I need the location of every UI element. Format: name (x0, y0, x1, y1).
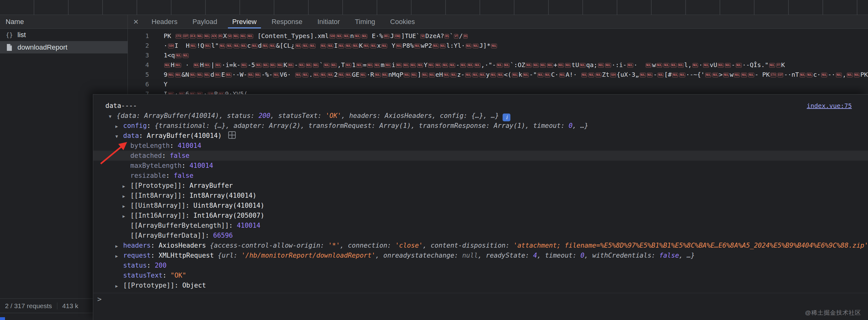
token-nl: null (462, 252, 478, 259)
request-row-list[interactable]: {}list (0, 29, 127, 41)
tab-timing[interactable]: Timing (347, 15, 382, 28)
disclosure-triangle-icon[interactable]: ▶ (115, 121, 123, 131)
control-char-token: NUL (657, 73, 663, 77)
object-tree-row: byteLength: 410014 (93, 141, 868, 151)
object-tree-row: ▶headers: AxiosHeaders {access-control-a… (93, 240, 868, 251)
token-n: 66596 (213, 232, 233, 239)
control-char-token: NUL (736, 63, 742, 68)
binary-text: . (309, 71, 313, 78)
control-char-token: NUL (692, 63, 699, 68)
control-char-token: NUL (204, 34, 210, 39)
control-char-token: NUL (640, 73, 646, 77)
control-char-token: NUL (205, 63, 211, 68)
control-char-token: NUL (303, 73, 308, 77)
request-label: downloadReport (18, 43, 67, 52)
control-char-token: NUL (263, 63, 269, 68)
watermark: @稀土掘金技术社区 (805, 309, 861, 317)
token-int: [[Uint8Array]] (130, 202, 186, 209)
control-char-token: NUL (497, 73, 503, 77)
token-txt: : (151, 252, 159, 259)
control-char-token: NUL (598, 63, 604, 68)
binary-text: -· (828, 71, 835, 78)
token-txt: : (186, 202, 193, 209)
binary-text: Y (424, 61, 428, 68)
control-char-token: NUL (769, 63, 775, 68)
token-txt: : (182, 162, 189, 169)
token-n: 410014 (237, 222, 260, 229)
control-char-token: NUL (295, 73, 301, 77)
control-char-token: NUL (646, 63, 652, 68)
disclosure-triangle-icon[interactable]: ▶ (115, 281, 123, 291)
control-char-token: NUL (558, 63, 564, 68)
tab-payload[interactable]: Payload (185, 15, 225, 28)
binary-text: d (211, 71, 214, 78)
disclosure-triangle-icon[interactable]: ▶ (115, 251, 123, 261)
disclosure-triangle-icon[interactable]: ▶ (123, 211, 130, 221)
control-char-token: BS (218, 34, 223, 39)
tab-headers[interactable]: Headers (144, 15, 185, 28)
tab-cookies[interactable]: Cookies (382, 15, 422, 28)
object-tree-row: ▶[[Uint8Array]]: Uint8Array(410014) (93, 201, 868, 210)
source-location-link[interactable]: index.vue:75 (807, 101, 852, 111)
token-cls: Uint8Array(410014) (193, 202, 265, 209)
object-tree-row: maxByteLength: 410014 (93, 161, 868, 171)
disclosure-triangle-icon[interactable]: ▶ (123, 201, 130, 211)
memory-inspector-icon[interactable] (228, 131, 236, 139)
control-char-token: NUL (678, 63, 684, 68)
control-char-token: NUL (248, 73, 254, 77)
control-char-token: NUL (374, 63, 380, 68)
control-char-token: ACK (211, 34, 217, 39)
console-log-text: data---- (105, 102, 137, 110)
prompt-chevron-icon: > (97, 295, 102, 303)
binary-text: c· (813, 71, 820, 78)
control-char-token: NUL (473, 43, 478, 48)
line-number: 4 (128, 60, 149, 70)
control-char-token: NUL (422, 73, 428, 77)
binary-text: -5 (248, 61, 255, 68)
disclosure-triangle-icon[interactable]: ▼ (109, 111, 117, 121)
binary-text: J]* (479, 42, 490, 49)
info-icon[interactable]: i (503, 114, 510, 121)
disclosure-triangle-icon[interactable]: ▶ (123, 191, 130, 201)
control-char-token: NUL (588, 73, 594, 77)
disclosure-triangle-icon[interactable]: ▶ (115, 241, 123, 251)
tab-preview[interactable]: Preview (225, 15, 264, 28)
token-n: false (169, 152, 189, 159)
document-icon (5, 43, 14, 51)
token-n: 0 (569, 122, 573, 129)
name-column-header[interactable]: Name (0, 15, 127, 29)
token-cls: XMLHttpRequest (159, 252, 214, 259)
control-char-token: NUL (396, 43, 402, 48)
tab-initiator[interactable]: Initiator (310, 15, 347, 28)
close-icon[interactable]: × (128, 15, 144, 28)
disclosure-triangle-icon[interactable]: ▶ (123, 181, 130, 191)
token-txt: : (162, 152, 169, 159)
control-char-token: SO (420, 34, 425, 39)
binary-text: Zt (602, 71, 610, 78)
request-row-downloadReport[interactable]: downloadReport (0, 41, 127, 54)
control-char-token: NUL (466, 43, 472, 48)
control-char-token: BEL (384, 34, 390, 39)
control-char-token: NUL (175, 73, 181, 77)
binary-text: ` (450, 32, 453, 39)
network-overview-strip[interactable] (0, 0, 868, 15)
console-prompt[interactable]: > (93, 293, 868, 303)
control-char-token: NUL (504, 63, 510, 68)
control-char-token: NUL (657, 63, 662, 68)
disclosure-triangle-icon[interactable]: ▼ (115, 131, 123, 141)
control-char-token: NUL (663, 63, 670, 68)
control-char-token: NUL (299, 63, 305, 68)
binary-text: 1<q (164, 52, 175, 59)
object-tree-row: ▶[[Int16Array]]: Int16Array(205007) (93, 210, 868, 221)
binary-text: · (164, 42, 167, 49)
token-pv: {transitional: {…}, adapter: Array(2), t… (155, 122, 569, 129)
binary-text: DzeA? (425, 32, 444, 39)
binary-text: qa; (586, 61, 597, 68)
tab-response[interactable]: Response (264, 15, 310, 28)
request-list: {}listdownloadReport (0, 29, 127, 54)
binary-text: eH (436, 71, 443, 78)
control-char-token: ETX (176, 34, 182, 39)
binary-text: GE (352, 71, 360, 78)
control-char-token: SO (227, 34, 232, 39)
control-char-token: NUL (718, 63, 724, 68)
